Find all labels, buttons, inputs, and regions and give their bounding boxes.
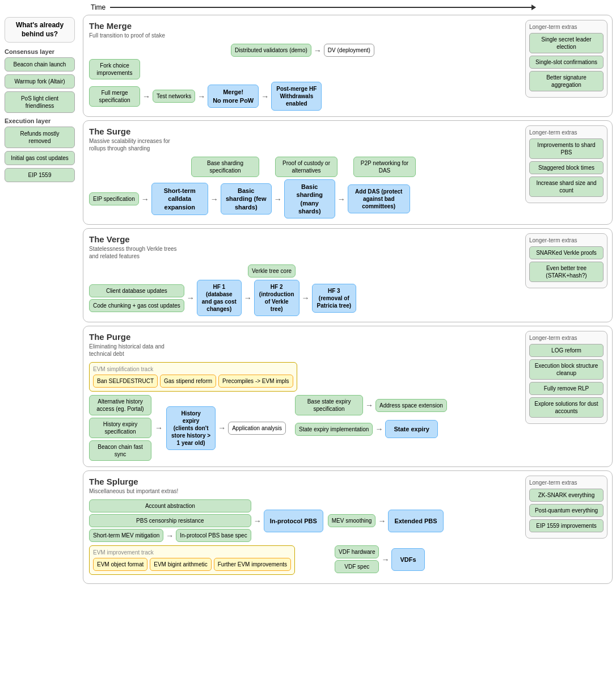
splurge-extras-title: Longer-term extras bbox=[529, 480, 604, 486]
surge-extra-1: Staggered block times bbox=[529, 161, 604, 174]
short-mev-box: Short-term MEV mitigation bbox=[89, 529, 163, 542]
arrow-m1 bbox=[142, 92, 150, 101]
arrow-m3 bbox=[261, 92, 269, 101]
purge-extras-title: Longer-term extras bbox=[529, 335, 604, 341]
verge-extras-title: Longer-term extras bbox=[529, 237, 604, 243]
eip-spec-box: EIP specification bbox=[89, 192, 139, 205]
verkle-core-box: Verkle tree core bbox=[248, 264, 296, 278]
purge-extra-0: LOG reform bbox=[529, 344, 604, 357]
surge-extras-title: Longer-term extras bbox=[529, 129, 604, 136]
history-spec-box: History expiry specification bbox=[89, 418, 151, 438]
proof-custody-box: Proof of custody or alternatives bbox=[275, 157, 337, 177]
base-state-box: Base state expiry specification bbox=[295, 395, 363, 415]
splurge-evm-title: EVM improvement track bbox=[93, 549, 291, 556]
splurge-extra-1: Post-quantum everything bbox=[529, 504, 604, 517]
merge-spec-box: Full merge specification bbox=[89, 86, 140, 107]
verge-section: The Verge Statelessness through Verkle t… bbox=[83, 228, 613, 322]
alt-history-box: Alternative history access (eg. Portal) bbox=[89, 395, 151, 415]
purge-evm-2: Precompiles -> EVM impls bbox=[218, 375, 293, 388]
sidebar-gas-cost: Initial gas cost updates bbox=[5, 151, 75, 165]
arrow-sp1 bbox=[166, 531, 174, 540]
purge-subtitle: Eliminating historical data and technica… bbox=[89, 343, 185, 358]
sidebar-warmup-fork: Warmup fork (Altair) bbox=[5, 74, 75, 89]
basic-sharding-many-box: Basic sharding (many shards) bbox=[284, 179, 335, 218]
post-merge-box: Post-merge HF Withdrawals enabled bbox=[271, 82, 322, 111]
merge-subtitle: Full transition to proof of stake bbox=[89, 32, 185, 39]
arrow-s3 bbox=[274, 195, 282, 204]
merge-section: The Merge Full transition to proof of st… bbox=[83, 15, 613, 117]
arrow-p4 bbox=[375, 424, 383, 434]
sidebar-eip1559: EIP 1559 bbox=[5, 168, 75, 182]
arrow-p1 bbox=[155, 423, 163, 432]
history-expiry-box: History expiry (clients don't store hist… bbox=[166, 406, 216, 450]
purge-extra-2: Fully remove RLP bbox=[529, 382, 604, 395]
extended-pbs-box: Extended PBS bbox=[388, 510, 443, 532]
sidebar-refunds: Refunds mostly removed bbox=[5, 127, 75, 148]
splurge-section: The Splurge Miscellaneous but important … bbox=[83, 470, 613, 584]
arrow-sp2 bbox=[254, 516, 261, 526]
base-sharding-spec-box: Base sharding specification bbox=[191, 157, 259, 177]
purge-evm-title: EVM simplification track bbox=[93, 366, 293, 372]
code-chunking-box: Code chunking + gas cost updates bbox=[89, 299, 184, 312]
pbs-censorship-box: PBS censorship resistance bbox=[89, 514, 251, 527]
verge-extra-0: SNARKed Verkle proofs bbox=[529, 246, 604, 259]
purge-extras-panel: Longer-term extras LOG reform Execution … bbox=[525, 331, 607, 424]
short-calldata-box: Short-term calldata expansion bbox=[151, 183, 208, 215]
test-networks-box: Test networks bbox=[153, 90, 195, 103]
arrow-vdf bbox=[381, 555, 389, 564]
arrow-sp3 bbox=[378, 516, 386, 526]
in-protocol-pbs-box: In-protocol PBS bbox=[264, 510, 323, 532]
arrow-v1 bbox=[187, 293, 195, 302]
dv-deploy-box: DV (deployment) bbox=[324, 44, 374, 57]
purge-extra-3: Explore solutions for dust accounts bbox=[529, 397, 604, 418]
address-space-box: Address space extension bbox=[375, 399, 447, 412]
purge-section: The Purge Eliminating historical data an… bbox=[83, 326, 613, 467]
beacon-sync-box: Beacon chain fast sync bbox=[89, 440, 151, 461]
state-expiry-box: State expiry bbox=[385, 420, 437, 438]
sidebar: What's already behind us? Consensus laye… bbox=[0, 12, 79, 586]
merge-extra-0: Single secret leader election bbox=[529, 33, 604, 53]
splurge-evm-0: EVM object format bbox=[93, 558, 147, 571]
arrow-p2 bbox=[218, 423, 226, 432]
fork-choice-box: Fork choice improvements bbox=[89, 59, 140, 79]
splurge-evm-2: Further EVM improvements bbox=[214, 558, 291, 571]
app-analysis-box: Application analysis bbox=[228, 422, 286, 435]
hf2-box: HF 2 (introduction of Verkle tree) bbox=[254, 280, 299, 316]
client-db-box: Client database updates bbox=[89, 284, 184, 297]
merge-extras-title: Longer-term extras bbox=[529, 24, 604, 30]
mev-smoothing-box: MEV smoothing bbox=[328, 514, 376, 527]
merge-extra-2: Better signature aggregation bbox=[529, 71, 604, 91]
arrow-v2 bbox=[244, 293, 252, 302]
state-impl-box: State expiry implementation bbox=[295, 423, 373, 436]
arrow-p3 bbox=[365, 401, 373, 410]
splurge-extra-2: EIP 1559 improvements bbox=[529, 519, 604, 532]
arrow-s2 bbox=[210, 195, 218, 204]
sidebar-title: What's already behind us? bbox=[5, 17, 75, 43]
execution-layer-label: Execution layer bbox=[5, 117, 75, 124]
purge-extra-1: Execution block structure cleanup bbox=[529, 359, 604, 380]
arrow-dv bbox=[314, 46, 322, 55]
splurge-subtitle: Miscellaneous but important extras! bbox=[89, 487, 185, 495]
purge-evm-1: Gas stipend reform bbox=[160, 375, 216, 388]
add-das-box: Add DAS (protect against bad committees) bbox=[348, 184, 410, 213]
purge-evm-0: Ban SELFDESTRUCT bbox=[93, 375, 158, 388]
vdf-hardware-box: VDF hardware bbox=[335, 545, 379, 558]
vdfs-box: VDFs bbox=[391, 548, 424, 571]
content-area: The Merge Full transition to proof of st… bbox=[79, 12, 616, 586]
merge-extra-1: Single-slot confirmations bbox=[529, 56, 604, 69]
sidebar-pos-light: PoS light client friendliness bbox=[5, 91, 75, 113]
hf3-box: HF 3 (removal of Patricia tree) bbox=[312, 284, 357, 313]
verge-subtitle: Statelessness through Verkle trees and r… bbox=[89, 245, 185, 260]
vdf-spec-box: VDF spec bbox=[335, 560, 379, 573]
arrow-s4 bbox=[337, 195, 345, 204]
hf1-box: HF 1 (database and gas cost changes) bbox=[197, 280, 242, 316]
p2p-das-box: P2P networking for DAS bbox=[353, 157, 416, 177]
merge-now-box: Merge! No more PoW bbox=[208, 85, 259, 108]
sidebar-beacon-chain: Beacon chain launch bbox=[5, 57, 75, 72]
surge-extra-0: Improvements to shard PBS bbox=[529, 138, 604, 159]
account-abstraction-box: Account abstraction bbox=[89, 499, 251, 512]
splurge-extra-0: ZK-SNARK everything bbox=[529, 489, 604, 502]
dist-validators-box: Distributed validators (demo) bbox=[231, 44, 311, 57]
surge-extra-2: Increase shard size and count bbox=[529, 176, 604, 197]
time-label: Time bbox=[91, 3, 106, 11]
